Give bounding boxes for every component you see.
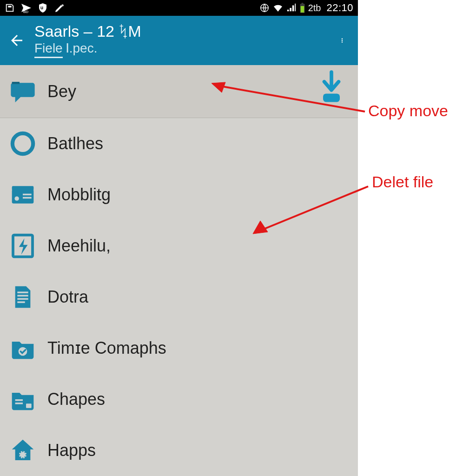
home-gear-icon <box>8 436 37 465</box>
overflow-menu-button[interactable] <box>333 26 351 54</box>
list-item-label: Happs <box>47 441 96 460</box>
file-list: Bey Batlhes Mobblitg Meehilu, <box>0 65 358 476</box>
list-item-label: Mobblitg <box>47 185 111 205</box>
phone-screenshot: BD u <box>0 0 358 476</box>
save-icon <box>5 2 15 13</box>
list-item-label: Timɪe Comaphs <box>47 338 166 358</box>
list-item-label: Dotra <box>47 287 88 307</box>
status-left: BD u <box>5 2 65 13</box>
circle-icon <box>8 129 37 158</box>
list-item[interactable]: Mobblitg <box>0 169 358 220</box>
battery-icon <box>299 2 305 13</box>
app-subtitle: Fieleꓲ.pec. <box>34 41 333 58</box>
shield-icon: u <box>37 2 48 13</box>
wifi-icon <box>272 2 284 13</box>
svg-rect-5 <box>300 6 304 13</box>
list-item-label: Meehilu, <box>47 236 111 256</box>
annotation-delete-file: Delet file <box>372 173 433 191</box>
svg-rect-20 <box>17 298 28 300</box>
annotation-copy-move: Copy move <box>368 102 448 120</box>
status-date: 2tb <box>308 3 321 13</box>
svg-text:BD: BD <box>23 10 28 13</box>
status-bar: BD u <box>0 0 358 16</box>
app-titles: Saarls – 12 ᛪM Fieleꓲ.pec. <box>34 23 333 58</box>
folder-list-icon <box>8 385 37 414</box>
svg-rect-24 <box>15 403 23 404</box>
svg-point-14 <box>15 197 19 201</box>
pen-icon <box>54 2 65 13</box>
list-item-label: Batlhes <box>47 134 103 153</box>
app-bar: Saarls – 12 ᛪM Fieleꓲ.pec. <box>0 16 358 65</box>
download-icon[interactable] <box>319 70 344 103</box>
list-item[interactable]: Dotra <box>0 271 358 323</box>
folder-check-icon <box>8 334 37 363</box>
app-title: Saarls – 12 ᛪM <box>34 23 333 40</box>
svg-rect-19 <box>17 295 28 297</box>
svg-rect-16 <box>23 197 32 199</box>
canvas: BD u <box>0 0 476 476</box>
svg-rect-12 <box>12 189 34 203</box>
svg-rect-15 <box>23 194 32 196</box>
svg-rect-4 <box>301 3 303 4</box>
svg-point-7 <box>342 40 343 41</box>
list-item[interactable]: Chapes <box>0 374 358 425</box>
globe-icon <box>259 2 270 13</box>
lightning-file-icon <box>8 231 37 260</box>
svg-point-8 <box>342 41 343 42</box>
svg-rect-9 <box>323 93 340 102</box>
back-button[interactable] <box>7 30 27 51</box>
document-icon <box>8 283 37 311</box>
status-right: 2tb 22:10 <box>259 2 353 14</box>
list-item[interactable]: Timɪe Comaphs <box>0 323 358 374</box>
list-item[interactable]: Bey <box>0 65 358 118</box>
svg-point-11 <box>13 133 33 154</box>
svg-text:u: u <box>40 5 43 10</box>
svg-rect-10 <box>12 82 20 84</box>
bd-send-icon: BD <box>20 2 32 13</box>
svg-rect-21 <box>17 301 25 303</box>
list-item[interactable]: Happs <box>0 425 358 476</box>
svg-rect-25 <box>26 403 32 408</box>
list-item-label: Bey <box>47 82 76 101</box>
list-item[interactable]: Meehilu, <box>0 220 358 271</box>
list-item-label: Chapes <box>47 390 105 409</box>
cell-signal-icon <box>286 2 297 13</box>
svg-rect-13 <box>12 186 34 190</box>
svg-rect-18 <box>17 291 28 293</box>
status-time: 22:10 <box>326 2 353 14</box>
sms-icon <box>8 77 37 106</box>
radio-device-icon <box>8 180 37 209</box>
list-item[interactable]: Batlhes <box>0 118 358 169</box>
svg-rect-23 <box>15 399 23 401</box>
svg-point-6 <box>342 38 343 39</box>
